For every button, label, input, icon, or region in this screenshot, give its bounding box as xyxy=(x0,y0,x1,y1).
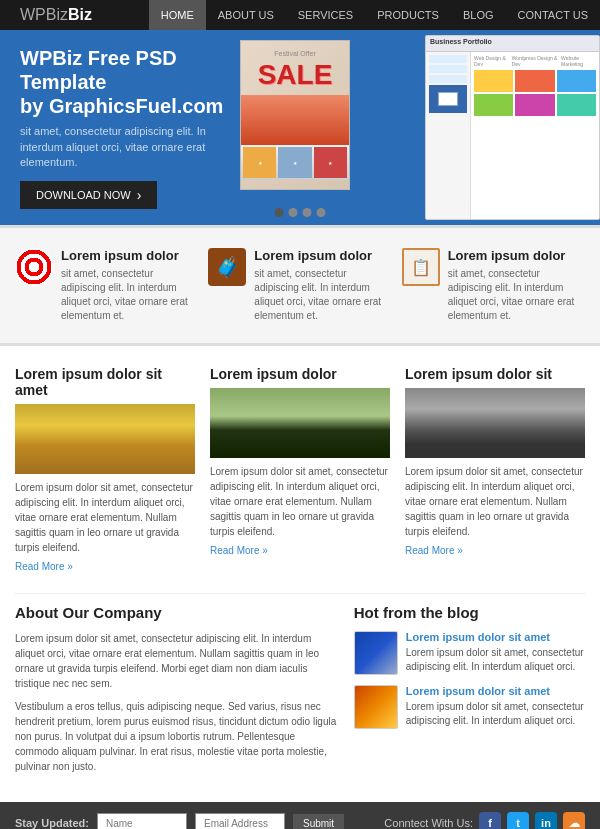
site-logo: WPBizBiz xyxy=(0,6,112,24)
features-section: Lorem ipsum dolor sit amet, consectetur … xyxy=(0,225,600,346)
nav-item-home[interactable]: HOME xyxy=(149,0,206,30)
name-input[interactable] xyxy=(97,813,187,830)
post-3: Lorem ipsum dolor sit Lorem ipsum dolor … xyxy=(405,366,585,573)
feature-1-desc: sit amet, consectetur adipiscing elit. I… xyxy=(61,267,198,323)
post-2-text: Lorem ipsum dolor sit amet, consectetur … xyxy=(210,464,390,539)
post-1-read-more[interactable]: Read More » xyxy=(15,561,73,572)
hero-dot-4[interactable] xyxy=(317,208,326,217)
hero-subtitle: sit amet, consectetur adipiscing elit. I… xyxy=(20,124,240,170)
about-section: About Our Company Lorem ipsum dolor sit … xyxy=(15,604,339,782)
download-button[interactable]: DOWNLOAD NOW › xyxy=(20,181,157,209)
subscribe-left: Stay Updated: Submit xyxy=(15,813,344,830)
blog-item-2-title[interactable]: Lorem ipsum dolor sit amet xyxy=(406,685,585,697)
feature-1: Lorem ipsum dolor sit amet, consectetur … xyxy=(15,248,198,323)
navigation: WPBizBiz HOME ABOUT US SERVICES PRODUCTS… xyxy=(0,0,600,30)
blog-item-1-desc: Lorem ipsum dolor sit amet, consectetur … xyxy=(406,646,585,674)
feature-3-title: Lorem ipsum dolor xyxy=(448,248,585,263)
download-button-label: DOWNLOAD NOW xyxy=(36,189,131,201)
post-2-image xyxy=(210,388,390,458)
blog-thumb-1 xyxy=(354,631,398,675)
feature-1-title: Lorem ipsum dolor xyxy=(61,248,198,263)
arrow-icon: › xyxy=(137,187,142,203)
sale-label: Festival Offer xyxy=(274,50,316,57)
document-icon: 📋 xyxy=(402,248,440,286)
post-3-read-more[interactable]: Read More » xyxy=(405,545,463,556)
subscribe-bar: Stay Updated: Submit Conntect With Us: f… xyxy=(0,802,600,829)
post-2: Lorem ipsum dolor Lorem ipsum dolor sit … xyxy=(210,366,390,573)
post-3-image xyxy=(405,388,585,458)
about-para-2: Vestibulum a eros tellus, quis adipiscin… xyxy=(15,699,339,774)
post-1-text: Lorem ipsum dolor sit amet, consectetur … xyxy=(15,480,195,555)
submit-button[interactable]: Submit xyxy=(293,814,344,830)
post-1-title: Lorem ipsum dolor sit amet xyxy=(15,366,195,398)
post-2-title: Lorem ipsum dolor xyxy=(210,366,390,382)
rss-icon[interactable]: ☁ xyxy=(563,812,585,829)
connect-label: Conntect With Us: xyxy=(384,817,473,829)
feature-2-text: Lorem ipsum dolor sit amet, consectetur … xyxy=(254,248,391,323)
linkedin-icon[interactable]: in xyxy=(535,812,557,829)
hero-dot-2[interactable] xyxy=(289,208,298,217)
nav-items: HOME ABOUT US SERVICES PRODUCTS BLOG CON… xyxy=(149,0,600,30)
post-1: Lorem ipsum dolor sit amet Lorem ipsum d… xyxy=(15,366,195,573)
blog-thumb-2 xyxy=(354,685,398,729)
feature-2-title: Lorem ipsum dolor xyxy=(254,248,391,263)
subscribe-label: Stay Updated: xyxy=(15,817,89,829)
posts-grid: Lorem ipsum dolor sit amet Lorem ipsum d… xyxy=(15,366,585,573)
nav-item-products[interactable]: PRODUCTS xyxy=(365,0,451,30)
feature-2-desc: sit amet, consectetur adipiscing elit. I… xyxy=(254,267,391,323)
post-3-title: Lorem ipsum dolor sit xyxy=(405,366,585,382)
nav-item-blog[interactable]: BLOG xyxy=(451,0,506,30)
connect-right: Conntect With Us: f t in ☁ xyxy=(384,812,585,829)
post-3-text: Lorem ipsum dolor sit amet, consectetur … xyxy=(405,464,585,539)
hero-title: WPBiz Free PSD Templateby GraphicsFuel.c… xyxy=(20,46,240,118)
about-title: About Our Company xyxy=(15,604,339,621)
feature-3-text: Lorem ipsum dolor sit amet, consectetur … xyxy=(448,248,585,323)
blog-item-1-text: Lorem ipsum dolor sit amet Lorem ipsum d… xyxy=(406,631,585,674)
portfolio-header: Business Portfolio xyxy=(426,36,599,52)
feature-1-text: Lorem ipsum dolor sit amet, consectetur … xyxy=(61,248,198,323)
blog-item-2-text: Lorem ipsum dolor sit amet Lorem ipsum d… xyxy=(406,685,585,728)
main-content: Lorem ipsum dolor sit amet Lorem ipsum d… xyxy=(0,346,600,802)
hero-dot-1[interactable] xyxy=(275,208,284,217)
briefcase-icon: 🧳 xyxy=(208,248,246,286)
hero-section: WPBiz Free PSD Templateby GraphicsFuel.c… xyxy=(0,30,600,225)
sale-text: SALE xyxy=(258,59,333,91)
post-2-read-more[interactable]: Read More » xyxy=(210,545,268,556)
blog-sidebar: Hot from the blog Lorem ipsum dolor sit … xyxy=(354,604,585,782)
facebook-icon[interactable]: f xyxy=(479,812,501,829)
target-icon xyxy=(15,248,53,286)
hero-dots xyxy=(275,208,326,217)
about-para-1: Lorem ipsum dolor sit amet, consectetur … xyxy=(15,631,339,691)
post-1-image xyxy=(15,404,195,474)
portfolio-screenshot: Business Portfolio Web Design & DevWordp… xyxy=(425,35,600,220)
feature-2: 🧳 Lorem ipsum dolor sit amet, consectetu… xyxy=(208,248,391,323)
email-input[interactable] xyxy=(195,813,285,830)
blog-item-1-title[interactable]: Lorem ipsum dolor sit amet xyxy=(406,631,585,643)
feature-3-desc: sit amet, consectetur adipiscing elit. I… xyxy=(448,267,585,323)
twitter-icon[interactable]: t xyxy=(507,812,529,829)
blog-item-2: Lorem ipsum dolor sit amet Lorem ipsum d… xyxy=(354,685,585,729)
nav-item-about[interactable]: ABOUT US xyxy=(206,0,286,30)
blog-item-1: Lorem ipsum dolor sit amet Lorem ipsum d… xyxy=(354,631,585,675)
nav-item-services[interactable]: SERVICES xyxy=(286,0,365,30)
feature-3: 📋 Lorem ipsum dolor sit amet, consectetu… xyxy=(402,248,585,323)
about-blog-section: About Our Company Lorem ipsum dolor sit … xyxy=(15,593,585,782)
logo-suffix: Biz xyxy=(68,6,92,23)
logo-text: WPBiz xyxy=(20,6,68,23)
blog-title: Hot from the blog xyxy=(354,604,585,621)
nav-item-contact[interactable]: CONTACT US xyxy=(506,0,601,30)
hero-dot-3[interactable] xyxy=(303,208,312,217)
blog-item-2-desc: Lorem ipsum dolor sit amet, consectetur … xyxy=(406,700,585,728)
hero-content: WPBiz Free PSD Templateby GraphicsFuel.c… xyxy=(0,30,260,225)
